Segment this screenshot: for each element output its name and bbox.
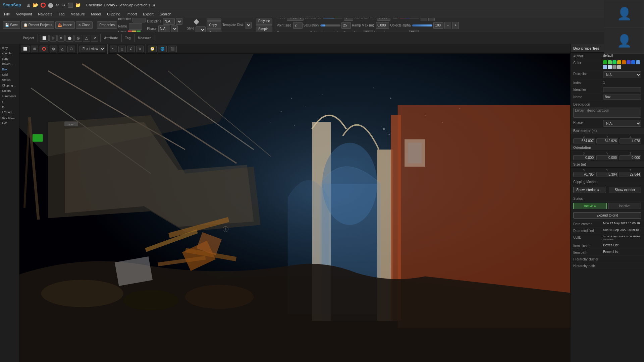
show-exterior-btn[interactable]: Show exterior <box>609 187 642 193</box>
vp-navigate-btn[interactable]: 🧭 <box>148 46 157 52</box>
sidebar-item-grid[interactable]: Grid <box>1 72 18 77</box>
swatch-12[interactable] <box>617 65 621 69</box>
sidebar-item-status[interactable]: Status <box>1 78 18 82</box>
menu-clipping[interactable]: Clipping <box>104 11 123 17</box>
vp-pentagon-btn[interactable]: ⬡ <box>67 46 75 52</box>
swatch-3[interactable] <box>612 60 616 64</box>
copy-button[interactable]: Copy <box>207 21 221 29</box>
swatch-5[interactable] <box>622 60 626 64</box>
alpha-down[interactable]: − <box>444 22 451 29</box>
ramp-min-input[interactable] <box>377 18 390 21</box>
size-x-input[interactable] <box>573 172 595 177</box>
discipline-prop-dropdown[interactable]: N.A. <box>603 71 641 78</box>
mode-dropdown[interactable]: RGB <box>287 18 304 21</box>
undo-icon[interactable]: ↩ <box>55 2 59 8</box>
vp-angle-btn[interactable]: ∠ <box>127 46 135 52</box>
name-prop-input[interactable] <box>603 95 641 100</box>
vp-icon-1[interactable]: ⬜ <box>40 35 49 42</box>
expand-grid-btn[interactable]: Expand to grid <box>573 212 641 219</box>
view-dropdown[interactable]: Front view Top view Side view <box>79 46 105 52</box>
inactive-status-btn[interactable]: Inactive <box>608 203 642 209</box>
recent-projects-button[interactable]: 📋 Recent Projects <box>21 21 55 29</box>
objects-alpha-value[interactable] <box>433 22 443 29</box>
name-input[interactable] <box>129 23 142 30</box>
vp-orbit-btn[interactable]: ⭕ <box>40 46 48 52</box>
sidebar-item-colors[interactable]: Colors <box>1 88 18 93</box>
sidebar-item-measurements[interactable]: surements <box>1 94 18 99</box>
swatch-1[interactable] <box>603 60 607 64</box>
discipline-dropdown[interactable]: ▼ <box>176 18 182 25</box>
vp-tool1-btn[interactable]: ⊕ <box>136 46 144 52</box>
ramp-steps-input[interactable] <box>364 30 373 33</box>
move-button[interactable]: Move <box>207 18 221 21</box>
sidebar-item-model[interactable]: rted Mo... <box>1 115 18 120</box>
phase-input[interactable] <box>158 25 170 32</box>
sidebar-item-scans[interactable]: cans <box>1 56 18 61</box>
size-z-input[interactable] <box>620 172 641 177</box>
point-size-input[interactable] <box>293 22 303 29</box>
saturation-slider[interactable] <box>320 24 340 26</box>
template-dropdown[interactable]: ▼ <box>245 22 252 28</box>
circle-icon[interactable]: ⭕ <box>40 2 46 8</box>
center-y-input[interactable] <box>596 138 618 143</box>
ramp-max-input[interactable] <box>376 22 389 29</box>
style-dropdown[interactable]: ▼ <box>196 26 206 33</box>
normals-value[interactable] <box>409 30 419 33</box>
identifier-input[interactable] <box>132 18 146 22</box>
description-textarea[interactable] <box>573 108 641 118</box>
vp-box-btn[interactable]: ⬜ <box>21 46 30 52</box>
swatch-8[interactable] <box>636 60 640 64</box>
hue-down[interactable]: − <box>421 18 427 21</box>
center-z-input[interactable] <box>620 138 641 143</box>
sidebar-item-clipping[interactable]: Clipping ... <box>1 83 18 88</box>
record-icon[interactable]: ⬤ <box>48 2 53 8</box>
sidebar-item-box[interactable]: Box <box>1 67 18 72</box>
alpha-up[interactable]: + <box>452 22 459 29</box>
swatch-7[interactable] <box>631 60 635 64</box>
open-icon[interactable]: 📂 <box>33 2 38 8</box>
swatch-11[interactable] <box>612 65 616 69</box>
sidebar-item-boxes[interactable]: Boxes ... <box>1 62 18 66</box>
vp-cursor-btn[interactable]: ↖ <box>110 46 117 52</box>
vp-cube-btn[interactable]: ⊞ <box>31 46 38 52</box>
menu-measure[interactable]: Measure <box>68 11 88 17</box>
sidebar-item-s[interactable]: s <box>1 99 18 104</box>
swatch-9[interactable] <box>603 65 607 69</box>
objects-alpha-slider[interactable] <box>412 24 432 26</box>
sidebar-item-ocr[interactable]: Ocr <box>1 121 18 125</box>
swatch-2[interactable] <box>608 60 612 64</box>
menu-file[interactable]: File <box>1 11 13 17</box>
vp-icon-4[interactable]: ⬤ <box>65 35 74 42</box>
menu-export[interactable]: Export <box>140 11 156 17</box>
swatch-4[interactable] <box>617 60 621 64</box>
identifier-prop-input[interactable] <box>603 87 641 92</box>
luminance-slider[interactable] <box>323 18 343 18</box>
simple-button[interactable]: Simple <box>256 25 272 33</box>
vp-icon-2[interactable]: ⊞ <box>49 35 57 42</box>
discipline-input[interactable] <box>163 18 175 25</box>
polyline-button[interactable]: Polyline <box>256 18 272 25</box>
luminance-value[interactable] <box>344 18 353 21</box>
vp-triangle-btn[interactable]: △ <box>59 46 66 52</box>
vp-icon-3[interactable]: ⊛ <box>57 35 65 42</box>
vp-grid-btn[interactable]: ⬛ <box>168 46 177 52</box>
vp-icon-6[interactable]: △ <box>83 35 90 42</box>
menu-viewpoint[interactable]: Viewpoint <box>13 11 35 17</box>
redo-icon[interactable]: ↪ <box>61 2 65 8</box>
cube-icon[interactable]: ⬛ <box>67 2 73 8</box>
sidebar-item-hierarchy[interactable]: rchy <box>1 46 18 50</box>
sidebar-item-ts[interactable]: ts <box>1 105 18 109</box>
orient-z-input[interactable] <box>620 155 641 160</box>
properties-button[interactable]: Properties <box>97 21 117 29</box>
menu-search[interactable]: Search <box>157 11 174 17</box>
size-y-input[interactable] <box>596 172 618 177</box>
hue-slider[interactable] <box>399 18 420 18</box>
sidebar-item-viewpoints[interactable]: vpoints <box>1 51 18 56</box>
new-icon[interactable]: ⊞ <box>26 2 31 8</box>
show-interior-btn[interactable]: Show interior ● <box>573 187 606 193</box>
save-button[interactable]: 💾 Save <box>3 21 20 29</box>
import-button[interactable]: 📥 Import <box>55 21 74 29</box>
folder-icon[interactable]: 📁 <box>75 2 81 8</box>
center-x-input[interactable] <box>573 138 595 143</box>
menu-import[interactable]: Import <box>124 11 140 17</box>
